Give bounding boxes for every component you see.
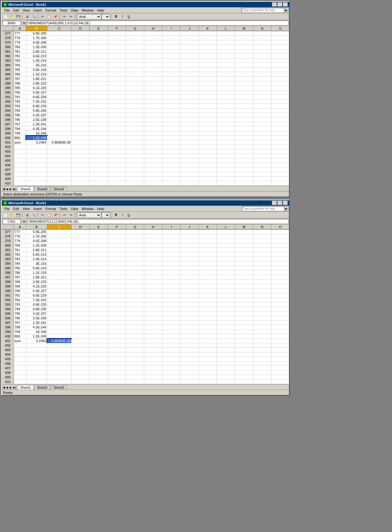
cell-c[interactable] xyxy=(47,243,71,248)
cell-h[interactable] xyxy=(144,49,162,54)
cell-j[interactable] xyxy=(181,311,199,316)
cell-a[interactable]: 780 xyxy=(14,243,26,248)
cell-d[interactable] xyxy=(71,95,90,99)
tab-last-1[interactable]: ▶| xyxy=(13,188,17,191)
cell-j[interactable] xyxy=(181,230,199,234)
help-search-button-2[interactable]: ▶ xyxy=(284,206,288,211)
cell-h[interactable] xyxy=(144,311,162,316)
cell-g[interactable] xyxy=(126,321,144,325)
cell-b[interactable]: 1.1E-219 xyxy=(26,72,47,77)
cell-e[interactable] xyxy=(90,302,108,307)
cell-a[interactable] xyxy=(14,375,26,380)
cell-g[interactable] xyxy=(126,375,144,380)
row-header-387[interactable]: 387 xyxy=(2,275,14,280)
cell-g[interactable] xyxy=(126,54,144,58)
cell-h[interactable] xyxy=(144,40,162,45)
cell-h[interactable] xyxy=(144,234,162,239)
cell-n[interactable] xyxy=(253,108,271,113)
cell-k[interactable] xyxy=(199,149,217,154)
cell-m[interactable] xyxy=(235,108,253,113)
cell-m[interactable] xyxy=(235,40,253,45)
cell-l[interactable] xyxy=(217,54,235,58)
cell-g[interactable] xyxy=(126,289,144,293)
cell-j[interactable] xyxy=(181,334,199,339)
cell-d[interactable] xyxy=(71,140,90,145)
bold-button-1[interactable]: B xyxy=(113,14,119,19)
cell-f[interactable] xyxy=(108,58,126,63)
row-header-392[interactable]: 392 xyxy=(2,298,14,302)
cell-k[interactable] xyxy=(199,343,217,348)
cell-f[interactable] xyxy=(108,40,126,45)
cell-d[interactable] xyxy=(71,36,90,40)
help-search-button-1[interactable]: ▶ xyxy=(284,8,288,13)
cell-i[interactable] xyxy=(162,275,181,280)
cell-n[interactable] xyxy=(253,230,271,234)
cell-d[interactable] xyxy=(71,343,90,348)
help-search-input-2[interactable] xyxy=(242,206,284,211)
cell-g[interactable] xyxy=(126,311,144,316)
cell-d[interactable] xyxy=(71,289,90,293)
cell-b[interactable]: 1E-246 xyxy=(26,131,47,136)
cell-i[interactable] xyxy=(162,154,181,158)
cell-a[interactable]: 777 xyxy=(14,31,26,36)
cell-j[interactable] xyxy=(181,339,199,343)
cell-a[interactable]: 787 xyxy=(14,275,26,280)
restore-button-1[interactable]: □ xyxy=(277,2,282,7)
cell-n[interactable] xyxy=(253,307,271,311)
cell-l[interactable] xyxy=(217,325,235,330)
cell-b[interactable]: 4.3E-244 xyxy=(26,325,47,330)
cell-d[interactable] xyxy=(71,58,90,63)
cell-g[interactable] xyxy=(126,366,144,371)
cell-g[interactable] xyxy=(126,108,144,113)
cell-o[interactable] xyxy=(271,307,289,311)
cell-j[interactable] xyxy=(181,293,199,298)
cell-f[interactable] xyxy=(108,172,126,177)
cell-n[interactable] xyxy=(253,86,271,90)
cell-m[interactable] xyxy=(235,68,253,72)
cell-i[interactable] xyxy=(162,348,181,352)
cell-j[interactable] xyxy=(181,77,199,81)
cell-l[interactable] xyxy=(217,361,235,366)
cell-l[interactable] xyxy=(217,334,235,339)
cell-b[interactable]: 5.8E-235 xyxy=(26,108,47,113)
cell-g[interactable] xyxy=(126,136,144,140)
cell-b[interactable] xyxy=(26,375,47,380)
cell-h[interactable] xyxy=(144,361,162,366)
cell-l[interactable] xyxy=(217,145,235,149)
col-header-C[interactable]: C xyxy=(47,224,71,229)
row-header-378[interactable]: 378 xyxy=(2,234,14,239)
cell-m[interactable] xyxy=(235,257,253,261)
font-name-select-2[interactable]: Arial xyxy=(77,212,101,218)
cell-g[interactable] xyxy=(126,145,144,149)
cell-e[interactable] xyxy=(90,234,108,239)
cell-c[interactable] xyxy=(47,239,71,243)
cell-k[interactable] xyxy=(199,243,217,248)
cell-j[interactable] xyxy=(181,375,199,380)
cell-f[interactable] xyxy=(108,371,126,375)
cell-f[interactable] xyxy=(108,284,126,289)
cell-i[interactable] xyxy=(162,271,181,275)
cell-e[interactable] xyxy=(90,172,108,177)
row-header-398[interactable]: 398 xyxy=(2,127,14,131)
cell-m[interactable] xyxy=(235,261,253,266)
cell-a[interactable] xyxy=(14,158,26,163)
cell-a[interactable]: 797 xyxy=(14,321,26,325)
col-header-L[interactable]: L xyxy=(217,26,235,31)
redo-button-1[interactable]: ↪ xyxy=(68,14,74,19)
cell-l[interactable] xyxy=(217,375,235,380)
cell-m[interactable] xyxy=(235,158,253,163)
cell-h[interactable] xyxy=(144,86,162,90)
cell-c[interactable] xyxy=(47,63,71,68)
cell-e[interactable] xyxy=(90,118,108,122)
cell-l[interactable] xyxy=(217,45,235,49)
cell-k[interactable] xyxy=(199,122,217,127)
cell-h[interactable] xyxy=(144,99,162,104)
cell-i[interactable] xyxy=(162,266,181,271)
cell-h[interactable] xyxy=(144,252,162,257)
cell-d[interactable] xyxy=(71,72,90,77)
cell-e[interactable] xyxy=(90,243,108,248)
row-header-409[interactable]: 409 xyxy=(2,375,14,380)
cell-d[interactable] xyxy=(71,158,90,163)
cell-l[interactable] xyxy=(217,68,235,72)
cell-i[interactable] xyxy=(162,127,181,131)
